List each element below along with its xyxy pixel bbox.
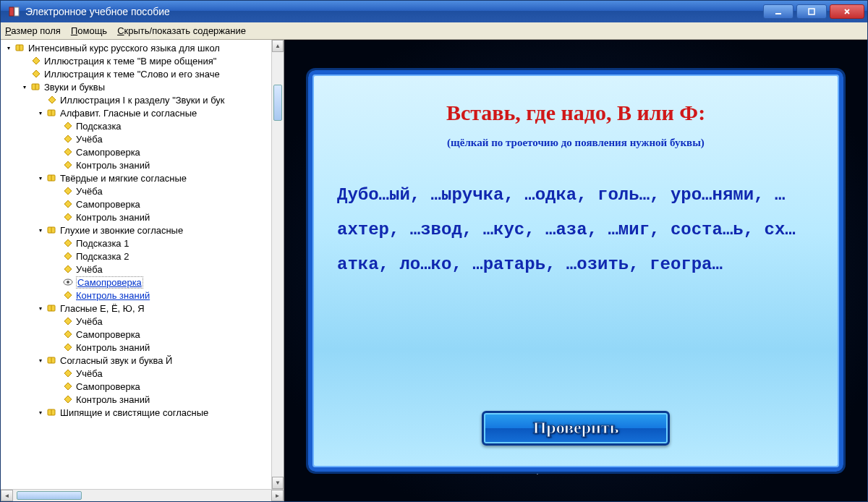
- tree-item[interactable]: Интенсивный курс русского языка для школ: [2, 41, 284, 54]
- scroll-right-button[interactable]: ►: [271, 490, 284, 501]
- check-button[interactable]: Проверить: [482, 411, 670, 446]
- svg-marker-26: [64, 318, 72, 325]
- minimize-button[interactable]: [763, 4, 793, 19]
- tree-item[interactable]: Иллюстрация I к разделу "Звуки и бук: [2, 93, 284, 106]
- tree-item-label[interactable]: Самопроверка: [76, 329, 140, 340]
- tree-item[interactable]: Подсказка 2: [2, 250, 284, 263]
- vertical-scrollbar[interactable]: ▲ ▼: [271, 40, 284, 489]
- exercise-body[interactable]: Дубо…ый, …ыручка, …одка, голь…, уро…нями…: [333, 178, 819, 282]
- expander-icon[interactable]: [37, 174, 44, 182]
- tree-item[interactable]: Шипящие и свистящие согласные: [2, 406, 284, 419]
- tree-item-label[interactable]: Согласный звук и буква Й: [60, 355, 172, 366]
- menu-toggle-toc[interactable]: Скрыть/показать содержание: [117, 25, 246, 36]
- tree-item-label[interactable]: Самопроверка: [76, 147, 140, 158]
- tree-item-label[interactable]: Подсказка 2: [76, 251, 129, 262]
- page-icon: [63, 369, 73, 378]
- scroll-down-button[interactable]: ▼: [272, 477, 284, 489]
- expander-icon[interactable]: [21, 83, 28, 90]
- tree-item-label[interactable]: Иллюстрация к теме "Слово и его значе: [44, 69, 220, 80]
- expander-icon[interactable]: [37, 305, 44, 312]
- svg-marker-12: [64, 148, 72, 156]
- tree-item[interactable]: Учёба: [2, 132, 284, 145]
- scroll-thumb[interactable]: [273, 85, 282, 121]
- expander-icon[interactable]: [37, 409, 44, 416]
- toc-tree[interactable]: Интенсивный курс русского языка для школ…: [1, 40, 284, 420]
- tree-item-label[interactable]: Учёба: [76, 368, 103, 379]
- tree-item[interactable]: Контроль знаний: [2, 210, 284, 224]
- tree-item[interactable]: Контроль знаний: [2, 341, 284, 354]
- tree-item-label[interactable]: Гласные Е, Ё, Ю, Я: [60, 303, 145, 314]
- tree-item-label[interactable]: Твёрдые и мягкие согласные: [60, 173, 187, 184]
- scroll-left-button[interactable]: ◄: [1, 490, 13, 501]
- menu-help[interactable]: Помощь: [71, 25, 107, 36]
- tree-item[interactable]: Глухие и звонкие согласные: [2, 224, 284, 237]
- expander-icon[interactable]: [5, 44, 12, 51]
- tree-item-label[interactable]: Алфавит. Гласные и согласные: [60, 108, 197, 119]
- tree-item-label[interactable]: Контроль знаний: [76, 160, 150, 171]
- tree-item-label[interactable]: Учёба: [76, 316, 103, 327]
- tree-item-label[interactable]: Учёба: [76, 186, 103, 197]
- page-icon: [63, 239, 73, 247]
- tree-item[interactable]: Согласный звук и буква Й: [2, 354, 284, 367]
- tree-item-label[interactable]: Звуки и буквы: [44, 82, 105, 93]
- tree-item[interactable]: Самопроверка: [2, 328, 284, 341]
- tree-item[interactable]: Учёба: [2, 367, 284, 380]
- page-icon: [63, 200, 73, 208]
- expander-icon[interactable]: [37, 357, 44, 364]
- tree-item[interactable]: Иллюстрация к теме "В мире общения": [2, 54, 284, 67]
- tree-item-label[interactable]: Контроль знаний: [76, 212, 150, 223]
- tree-item[interactable]: Подсказка 1: [2, 237, 284, 250]
- scroll-up-button[interactable]: ▲: [272, 40, 284, 52]
- page-icon: [31, 56, 41, 65]
- tree-item-label[interactable]: Глухие и звонкие согласные: [60, 225, 183, 236]
- menu-field-size[interactable]: Размер поля: [5, 25, 61, 36]
- tree-item-label[interactable]: Подсказка: [76, 121, 122, 132]
- tree-item[interactable]: Подсказка: [2, 119, 284, 132]
- page-icon: [63, 148, 73, 156]
- tree-item[interactable]: Контроль знаний: [2, 158, 284, 171]
- tree-item-label[interactable]: Иллюстрация I к разделу "Звуки и бук: [60, 95, 225, 106]
- tree-item[interactable]: Гласные Е, Ё, Ю, Я: [2, 302, 284, 315]
- tree-item[interactable]: Самопроверка: [2, 380, 284, 393]
- tree-item[interactable]: Учёба: [2, 315, 284, 328]
- tree-item[interactable]: Иллюстрация к теме "Слово и его значе: [2, 67, 284, 80]
- hscroll-thumb[interactable]: [17, 491, 82, 500]
- svg-marker-15: [64, 187, 72, 195]
- book-icon: [47, 304, 57, 312]
- page-icon: [63, 122, 73, 130]
- tree-item-label[interactable]: Учёба: [76, 264, 103, 275]
- tree-item[interactable]: Учёба: [2, 263, 284, 276]
- svg-rect-0: [9, 7, 14, 16]
- tree-item[interactable]: Самопроверка: [2, 276, 284, 289]
- tree-item[interactable]: Самопроверка: [2, 145, 284, 158]
- expander-icon[interactable]: [37, 109, 44, 116]
- svg-marker-28: [64, 344, 72, 351]
- page-eye-icon: [63, 278, 73, 286]
- tree-item-label[interactable]: Контроль знаний: [76, 394, 150, 405]
- tree-item[interactable]: Алфавит. Гласные и согласные: [2, 106, 284, 119]
- expander-icon[interactable]: [37, 226, 44, 234]
- horizontal-scrollbar[interactable]: ◄ ►: [1, 489, 284, 501]
- tree-item-label[interactable]: Учёба: [76, 134, 103, 145]
- tree-item-label[interactable]: Подсказка 1: [76, 238, 129, 249]
- tree-item[interactable]: Учёба: [2, 184, 284, 197]
- tree-item-label[interactable]: Контроль знаний: [76, 290, 150, 301]
- tree-item-label[interactable]: Интенсивный курс русского языка для школ: [28, 43, 220, 54]
- tree-item[interactable]: Контроль знаний: [2, 393, 284, 406]
- tree-item-label[interactable]: Шипящие и свистящие согласные: [60, 407, 208, 418]
- tree-item-label[interactable]: Самопроверка: [76, 381, 140, 392]
- close-button[interactable]: [830, 4, 864, 19]
- tree-item-label[interactable]: Самопроверка: [76, 276, 143, 289]
- page-icon: [47, 95, 57, 104]
- tree-item[interactable]: Самопроверка: [2, 197, 284, 210]
- tree-item-label[interactable]: Самопроверка: [76, 199, 140, 210]
- svg-marker-19: [64, 239, 72, 247]
- svg-point-23: [67, 281, 69, 284]
- window-title: Электронное учебное пособие: [25, 6, 763, 17]
- tree-item[interactable]: Контроль знаний: [2, 289, 284, 302]
- tree-item-label[interactable]: Иллюстрация к теме "В мире общения": [44, 56, 216, 67]
- maximize-button[interactable]: [796, 4, 827, 19]
- tree-item[interactable]: Звуки и буквы: [2, 80, 284, 93]
- tree-item[interactable]: Твёрдые и мягкие согласные: [2, 171, 284, 184]
- tree-item-label[interactable]: Контроль знаний: [76, 342, 150, 353]
